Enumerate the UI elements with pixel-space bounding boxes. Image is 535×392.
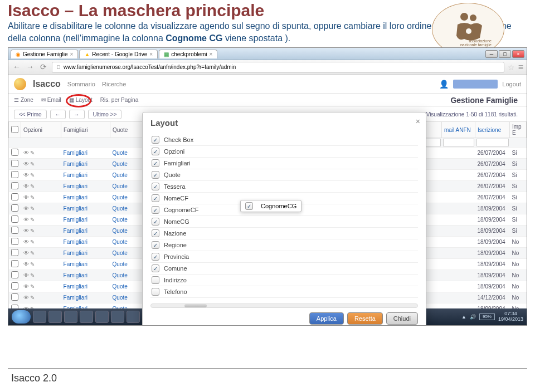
row-checkbox[interactable] — [11, 271, 18, 278]
col-email[interactable]: mail ANFN — [442, 122, 475, 138]
famigliari-link[interactable]: Famigliari — [64, 295, 87, 301]
column-toggle-row[interactable]: ✓Opzioni — [150, 146, 418, 158]
view-icon[interactable]: 👁 — [23, 283, 29, 290]
nav-sommario[interactable]: Sommario — [67, 81, 95, 87]
logout-link[interactable]: Logout — [502, 81, 521, 87]
column-toggle-row[interactable]: ✓NomeCG — [150, 216, 418, 228]
column-toggle-row[interactable]: ✓Comune — [150, 263, 418, 275]
view-icon[interactable]: 👁 — [23, 295, 29, 301]
layout-button[interactable]: ▦Layout — [69, 97, 93, 103]
bookmark-icon[interactable]: ☆ — [508, 63, 515, 72]
row-checkbox[interactable] — [11, 182, 18, 189]
reset-button[interactable]: Resetta — [347, 312, 383, 325]
column-toggle-row[interactable]: Indirizzo — [150, 275, 418, 286]
browser-tab[interactable]: ▦checkproblemi× — [159, 50, 217, 58]
quote-link[interactable]: Quote — [113, 205, 128, 212]
checkbox-icon[interactable]: ✓ — [152, 206, 159, 214]
last-page-button[interactable]: Ultimo >> — [88, 110, 122, 119]
forward-button[interactable]: → — [25, 62, 35, 72]
quote-link[interactable]: Quote — [113, 172, 128, 178]
quote-link[interactable]: Quote — [113, 283, 128, 290]
close-icon[interactable]: × — [210, 51, 213, 57]
column-toggle-row[interactable]: Telefono — [150, 286, 418, 298]
col-iscrizione[interactable]: Iscrizione — [475, 122, 510, 138]
quote-link[interactable]: Quote — [113, 261, 128, 267]
col-quote[interactable]: Quote — [110, 122, 144, 138]
edit-icon[interactable]: ✎ — [30, 239, 35, 245]
row-checkbox[interactable] — [11, 160, 18, 167]
view-icon[interactable]: 👁 — [23, 183, 29, 189]
row-checkbox[interactable] — [11, 249, 18, 256]
famigliari-link[interactable]: Famigliari — [64, 217, 87, 223]
edit-icon[interactable]: ✎ — [30, 283, 35, 290]
famigliari-link[interactable]: Famigliari — [64, 183, 87, 189]
edit-icon[interactable]: ✎ — [30, 194, 35, 200]
view-icon[interactable]: 👁 — [23, 228, 29, 234]
email-button[interactable]: ✉Email — [41, 97, 61, 103]
maximize-button[interactable]: □ — [499, 50, 511, 58]
quote-link[interactable]: Quote — [113, 217, 128, 223]
close-icon[interactable]: × — [70, 51, 74, 57]
row-checkbox[interactable] — [11, 171, 18, 178]
edit-icon[interactable]: ✎ — [30, 272, 35, 278]
col-opzioni[interactable]: Opzioni — [21, 122, 61, 138]
close-icon[interactable]: × — [149, 51, 153, 57]
row-checkbox[interactable] — [11, 260, 18, 267]
checkbox-icon[interactable]: ✓ — [152, 241, 159, 249]
filter-iscrizione[interactable] — [476, 139, 509, 146]
filter-email[interactable] — [443, 139, 474, 146]
taskbar-icon[interactable] — [80, 311, 93, 323]
apply-button[interactable]: Applica — [309, 312, 344, 325]
edit-icon[interactable]: ✎ — [30, 183, 35, 189]
edit-icon[interactable]: ✎ — [30, 250, 35, 256]
column-toggle-row[interactable]: ✓Nazione — [150, 228, 418, 239]
menu-icon[interactable]: ≡ — [518, 62, 523, 72]
column-toggle-row[interactable]: ✓Regione — [150, 239, 418, 251]
famigliari-link[interactable]: Famigliari — [64, 172, 87, 178]
checkbox-icon[interactable]: ✓ — [152, 148, 159, 155]
modal-scrollbar[interactable] — [150, 303, 418, 308]
famigliari-link[interactable]: Famigliari — [64, 283, 87, 290]
checkbox-icon[interactable]: ✓ — [152, 264, 159, 272]
dragging-column[interactable]: ✓ CognomeCG — [240, 200, 301, 212]
taskbar-icon[interactable] — [127, 311, 140, 323]
row-checkbox[interactable] — [11, 227, 18, 234]
taskbar-icon[interactable] — [95, 311, 109, 323]
column-toggle-row[interactable]: ✓Provincia — [150, 251, 418, 263]
results-per-page[interactable]: Ris. per Pagina — [100, 97, 138, 103]
famigliari-link[interactable]: Famigliari — [64, 239, 87, 245]
quote-link[interactable]: Quote — [113, 194, 128, 200]
view-icon[interactable]: 👁 — [23, 150, 29, 156]
taskbar-icon[interactable] — [48, 311, 62, 323]
famigliari-link[interactable]: Famigliari — [64, 228, 87, 234]
taskbar-icon[interactable] — [33, 311, 46, 323]
checkbox-icon[interactable]: ✓ — [152, 194, 159, 202]
column-toggle-row[interactable]: ✓Famigliari — [150, 158, 418, 169]
row-checkbox[interactable] — [11, 215, 18, 223]
view-icon[interactable]: 👁 — [23, 217, 29, 223]
next-page-button[interactable]: → — [69, 110, 85, 119]
checkbox-icon[interactable]: ✓ — [152, 171, 159, 179]
quote-link[interactable]: Quote — [113, 228, 128, 234]
view-icon[interactable]: 👁 — [23, 272, 29, 278]
edit-icon[interactable]: ✎ — [30, 150, 35, 156]
famigliari-link[interactable]: Famigliari — [64, 205, 87, 212]
close-button[interactable]: × — [512, 50, 524, 58]
prev-page-button[interactable]: ← — [50, 110, 66, 119]
famigliari-link[interactable]: Famigliari — [64, 261, 87, 267]
url-input[interactable]: 🗋www.famiglienumerose.org/IsaccoTest/anf… — [52, 62, 504, 73]
tray-icon[interactable]: ▲ — [461, 314, 466, 320]
quote-link[interactable]: Quote — [113, 295, 128, 301]
col-famigliari[interactable]: Famigliari — [61, 122, 110, 138]
edit-icon[interactable]: ✎ — [30, 205, 35, 212]
checkbox-icon[interactable]: ✓ — [152, 183, 159, 190]
browser-tab[interactable]: ▲Recent - Google Drive× — [79, 50, 158, 58]
quote-link[interactable]: Quote — [113, 150, 128, 156]
quote-link[interactable]: Quote — [113, 161, 128, 167]
row-checkbox[interactable] — [11, 193, 18, 200]
edit-icon[interactable]: ✎ — [30, 295, 35, 301]
checkbox-icon[interactable]: ✓ — [152, 229, 159, 237]
famigliari-link[interactable]: Famigliari — [64, 194, 87, 200]
column-toggle-row[interactable]: ✓Check Box — [150, 134, 418, 146]
checkbox-icon[interactable]: ✓ — [152, 136, 159, 144]
